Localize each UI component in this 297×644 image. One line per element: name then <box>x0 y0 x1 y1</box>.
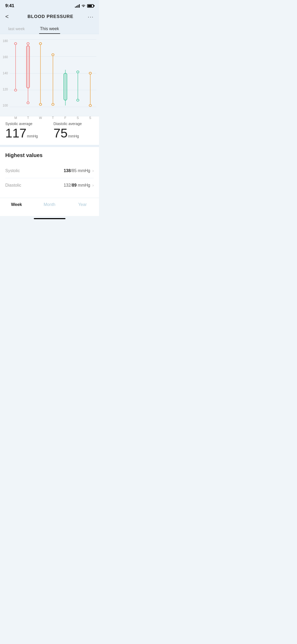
systolic-reading: 138/85 mmHg <box>64 168 90 173</box>
day-t1: T <box>27 116 29 120</box>
systolic-number: 117 <box>5 127 26 140</box>
col-m: M <box>10 39 22 113</box>
stats-section: Systolic average 117 mmHg Diastolic aver… <box>0 116 99 145</box>
y-label-100: 100 <box>3 104 8 107</box>
tab-last-week[interactable]: last week <box>0 23 33 34</box>
tab-this-week[interactable]: This week <box>33 23 66 34</box>
status-icons <box>75 4 94 8</box>
page-title: BLOOD PRESSURE <box>27 14 73 19</box>
systolic-value: 117 mmHg <box>5 127 46 140</box>
y-axis: 180 160 140 120 100 <box>3 39 10 113</box>
diastolic-row[interactable]: Diastolic 132/89 mmHg › <box>5 178 94 192</box>
systolic-row-label: Systolic <box>5 168 20 173</box>
day-s1: S <box>77 116 79 120</box>
y-label-180: 180 <box>3 39 8 43</box>
tab-next[interactable] <box>66 23 99 34</box>
col-t2: T <box>47 39 59 113</box>
systolic-chevron: › <box>92 168 94 173</box>
battery-icon <box>87 4 94 8</box>
diastolic-unit: mmHg <box>68 134 79 138</box>
back-button[interactable]: < <box>5 13 13 20</box>
systolic-label: Systolic average <box>5 122 46 126</box>
top-tab-bar: last week This week <box>0 23 99 34</box>
highest-values-title: Highest values <box>5 152 94 158</box>
chart-inner: M T W T F S S <box>10 39 96 113</box>
col-t1: T <box>22 39 34 113</box>
systolic-row[interactable]: Systolic 138/85 mmHg › <box>5 164 94 178</box>
more-button[interactable]: ··· <box>88 14 94 20</box>
day-m: M <box>15 116 17 120</box>
day-s2: S <box>89 116 91 120</box>
systolic-stat: Systolic average 117 mmHg <box>5 122 46 140</box>
diastolic-stat: Diastolic average 75 mmHg <box>54 122 94 140</box>
day-t2: T <box>52 116 54 120</box>
bottom-tab-year[interactable]: Year <box>66 201 99 208</box>
header: < BLOOD PRESSURE ··· <box>0 10 99 23</box>
diastolic-label: Diastolic average <box>54 122 94 126</box>
section-divider <box>0 145 99 147</box>
signal-icon <box>75 4 80 8</box>
diastolic-row-value: 132/89 mmHg › <box>64 183 94 188</box>
diastolic-number: 75 <box>54 127 68 140</box>
bottom-tab-bar: Week Month Year <box>0 198 99 216</box>
bottom-tab-month[interactable]: Month <box>33 201 66 208</box>
diastolic-chevron: › <box>92 183 94 188</box>
col-s2: S <box>84 39 96 113</box>
col-w: W <box>34 39 47 113</box>
diastolic-reading: 132/89 mmHg <box>64 183 90 188</box>
y-label-120: 120 <box>3 88 8 91</box>
y-label-160: 160 <box>3 56 8 59</box>
status-time: 9:41 <box>5 3 14 8</box>
col-f: F <box>59 39 72 113</box>
col-s1: S <box>72 39 84 113</box>
chart-section: 180 160 140 120 100 <box>0 34 99 116</box>
day-f: F <box>64 116 66 120</box>
wifi-icon <box>81 4 86 8</box>
diastolic-row-label: Diastolic <box>5 183 21 188</box>
diastolic-value: 75 mmHg <box>54 127 94 140</box>
day-labels: M T W T F S S <box>10 39 96 113</box>
y-label-140: 140 <box>3 72 8 75</box>
home-indicator <box>34 218 65 219</box>
chart-area: 180 160 140 120 100 <box>3 39 96 113</box>
bottom-tab-week[interactable]: Week <box>0 201 33 208</box>
systolic-unit: mmHg <box>27 134 38 138</box>
status-bar: 9:41 <box>0 0 99 10</box>
day-w: W <box>39 116 42 120</box>
highest-values-section: Highest values Systolic 138/85 mmHg › Di… <box>0 147 99 198</box>
systolic-row-value: 138/85 mmHg › <box>64 168 94 173</box>
